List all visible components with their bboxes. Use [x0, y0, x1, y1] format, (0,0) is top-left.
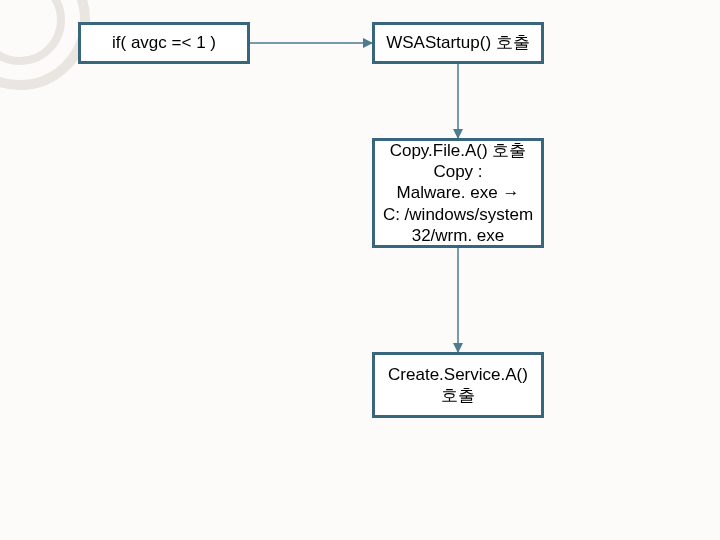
condition-box: if( avgc =< 1 ) — [78, 22, 250, 64]
createsvc-box: Create.Service.A()호출 — [372, 352, 544, 418]
copyfile-text: Copy.File.A() 호출Copy :Malware. exe →C: /… — [383, 140, 533, 246]
wsastartup-text: WSAStartup() 호출 — [386, 32, 530, 53]
copyfile-box: Copy.File.A() 호출Copy :Malware. exe →C: /… — [372, 138, 544, 248]
condition-text: if( avgc =< 1 ) — [112, 32, 216, 53]
corner-decoration — [0, 0, 90, 90]
wsastartup-box: WSAStartup() 호출 — [372, 22, 544, 64]
createsvc-text: Create.Service.A()호출 — [388, 364, 528, 407]
connectors — [0, 0, 720, 540]
